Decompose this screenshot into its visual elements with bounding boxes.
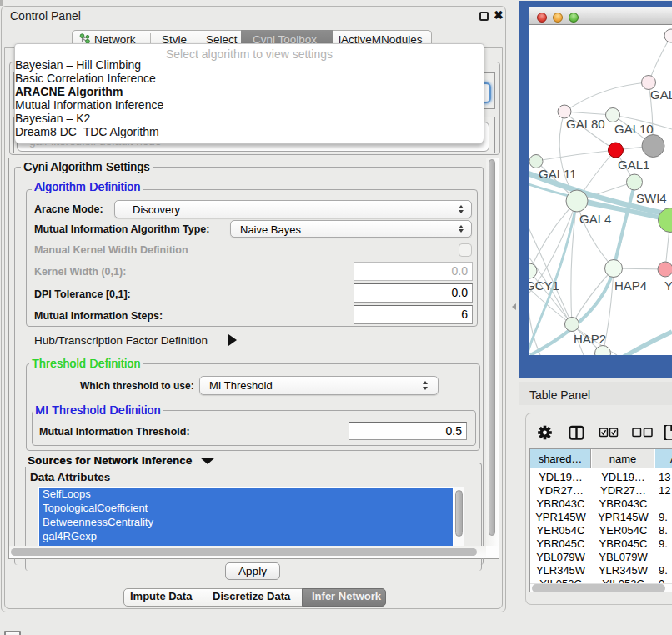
svg-text:HAP2: HAP2 bbox=[574, 332, 606, 346]
svg-text:YBR0: YBR0 bbox=[664, 278, 672, 292]
svg-text:SWI4: SWI4 bbox=[636, 191, 667, 205]
svg-text:GAL11: GAL11 bbox=[539, 167, 577, 181]
svg-text:GAL10: GAL10 bbox=[614, 122, 654, 136]
svg-text:GAL4: GAL4 bbox=[579, 212, 611, 226]
svg-text:GCY1: GCY1 bbox=[529, 278, 559, 292]
svg-text:HAP4: HAP4 bbox=[614, 278, 647, 292]
svg-text:GAL2: GAL2 bbox=[650, 88, 672, 102]
svg-text:GAL1: GAL1 bbox=[618, 158, 649, 172]
svg-text:GAL80: GAL80 bbox=[566, 117, 605, 131]
